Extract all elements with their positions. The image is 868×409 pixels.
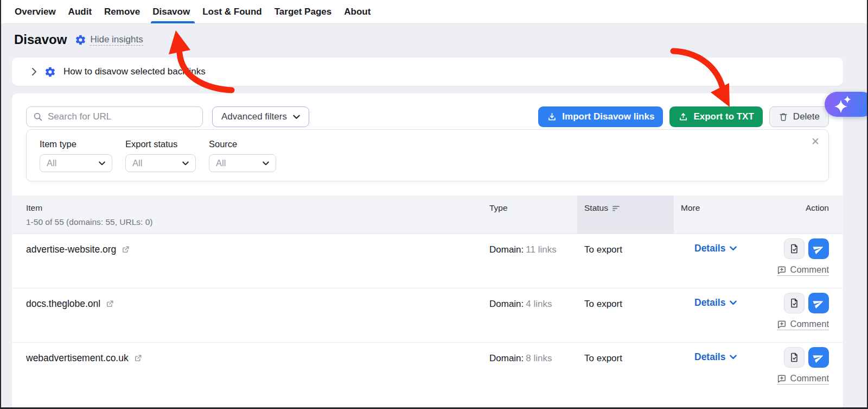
source-select[interactable]: All [209,154,276,172]
send-to-disavow-button[interactable] [808,293,829,313]
chevron-down-icon [730,246,737,251]
close-filters-icon[interactable]: ✕ [811,135,820,148]
trash-icon [778,112,788,122]
tab-overview[interactable]: Overview [14,0,56,23]
send-to-disavow-button[interactable] [808,347,829,368]
howto-label: How to disavow selected backlinks [63,66,206,77]
document-check-icon [789,298,800,309]
delete-button[interactable]: Delete [769,106,829,127]
page-header: Disavow Hide insights [1,24,143,55]
source-label: Source [209,139,276,149]
type-links-count: 4 links [526,299,552,309]
column-status[interactable]: Status [584,203,621,213]
upload-icon [678,112,688,122]
delete-label: Delete [793,111,820,122]
chevron-down-icon [730,300,737,305]
search-input-wrapper [26,106,203,127]
type-links-count: 8 links [526,353,552,363]
disavow-file-button[interactable] [784,238,805,259]
ai-assistant-button[interactable] [825,92,868,117]
external-link-icon[interactable] [121,245,130,254]
chevron-right-icon[interactable] [31,67,37,76]
search-input[interactable] [48,111,196,122]
export-to-txt-button[interactable]: Export to TXT [669,106,762,127]
comment-plus-icon [777,374,787,383]
paper-plane-icon [813,243,824,254]
chevron-down-icon [263,161,269,166]
item-type-label: Item type [40,139,112,149]
comment-link[interactable]: Comment [777,319,829,330]
chevron-down-icon [730,355,737,360]
tab-audit[interactable]: Audit [68,0,92,23]
chevron-down-icon [182,161,189,166]
tab-disavow[interactable]: Disavow [152,0,190,23]
status-value: To export [584,244,622,255]
export-label: Export to TXT [693,111,754,122]
insights-gear-icon [75,34,86,46]
disavow-file-button[interactable] [784,347,805,368]
tab-about[interactable]: About [343,0,371,23]
chevron-down-icon [293,115,300,119]
tab-lost-and-found[interactable]: Lost & Found [202,0,263,23]
download-icon [547,112,557,122]
details-toggle[interactable]: Details [694,351,737,363]
external-link-icon[interactable] [105,299,114,309]
details-toggle[interactable]: Details [694,243,737,254]
disavow-list-card: Advanced filters Import Disavow links Ex [12,93,843,408]
source-value: All [216,158,226,168]
advanced-filters-button[interactable]: Advanced filters [212,106,309,127]
toolbar: Advanced filters Import Disavow links Ex [26,106,829,127]
import-label: Import Disavow links [562,111,654,122]
table-row: docs.theglobe.onl Domain:4 links To expo… [12,288,843,342]
comment-plus-icon [777,265,787,275]
export-status-label: Export status [125,139,196,149]
type-label: Domain: [489,299,524,309]
search-icon [33,112,43,122]
type-links-count: 11 links [526,244,556,255]
column-type: Type [489,203,508,213]
export-status-select[interactable]: All [125,154,196,172]
export-status-value: All [132,158,142,168]
comment-plus-icon [777,319,787,329]
page-title: Disavow [14,32,67,47]
type-label: Domain: [489,353,524,363]
filter-panel: Item type All Export status All Source [26,129,829,181]
top-nav: Overview Audit Remove Disavow Lost & Fou… [1,0,867,24]
backlink-audit-disavow-screen: Overview Audit Remove Disavow Lost & Fou… [0,0,868,409]
results-summary: 1-50 of 55 (domains: 55, URLs: 0) [26,217,152,227]
tab-remove[interactable]: Remove [104,0,141,23]
sort-icon[interactable] [612,205,621,211]
disavow-file-button[interactable] [784,293,805,313]
item-type-select[interactable]: All [40,154,112,172]
type-label: Domain: [489,244,524,255]
row-domain: webadvertisement.co.uk [26,353,129,364]
tab-target-pages[interactable]: Target Pages [274,0,333,23]
external-link-icon[interactable] [133,354,143,363]
table-row: advertise-website.org Domain:11 links To… [12,234,843,288]
comment-link[interactable]: Comment [777,373,829,385]
row-domain: docs.theglobe.onl [26,298,100,310]
details-toggle[interactable]: Details [694,297,737,309]
table-row: webadvertisement.co.uk Domain:8 links To… [12,342,843,408]
howto-panel[interactable]: How to disavow selected backlinks [12,58,843,86]
column-action: Action [806,203,829,213]
column-more: More [681,203,700,213]
column-item: Item 1-50 of 55 (domains: 55, URLs: 0) [26,203,152,227]
row-domain: advertise-website.org [26,244,116,255]
document-check-icon [789,352,800,363]
import-disavow-links-button[interactable]: Import Disavow links [538,106,663,127]
howto-gear-icon [44,66,56,78]
status-value: To export [584,353,622,364]
paper-plane-icon [813,352,824,363]
send-to-disavow-button[interactable] [808,238,829,259]
chevron-down-icon [99,161,105,166]
document-check-icon [789,243,800,254]
advanced-filters-label: Advanced filters [221,111,287,122]
status-column-highlight [577,196,674,234]
comment-link[interactable]: Comment [777,265,829,276]
table-header: Item 1-50 of 55 (domains: 55, URLs: 0) T… [12,196,843,234]
status-value: To export [584,299,622,310]
paper-plane-icon [813,298,824,309]
item-type-value: All [47,158,56,168]
hide-insights-link[interactable]: Hide insights [90,34,143,46]
